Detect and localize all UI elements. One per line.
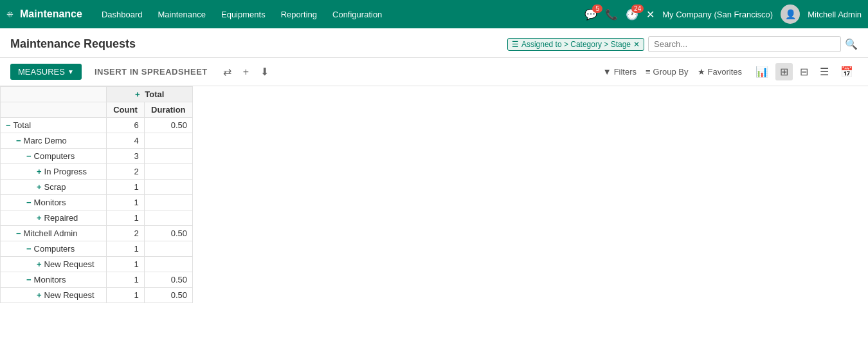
app-brand: Maintenance (20, 8, 82, 20)
row-count: 1 (107, 288, 144, 303)
minus-collapse-icon[interactable]: − (16, 228, 21, 238)
list-view-icon[interactable]: ☰ (815, 63, 833, 80)
row-label-cell: +New Request (1, 257, 107, 272)
duration-header: Duration (144, 102, 192, 118)
row-label: Monitors (34, 275, 66, 284)
avatar[interactable]: 👤 (781, 5, 800, 24)
download-icon[interactable]: ⬇ (258, 63, 271, 80)
row-label: New Request (44, 290, 95, 300)
nav-links: Dashboard Maintenance Equipments Reporti… (95, 6, 388, 23)
filters-button[interactable]: ▼ Filters (603, 67, 637, 77)
row-label: Computers (34, 244, 75, 254)
table-row: −Computers1 (1, 241, 193, 257)
row-count: 1 (107, 241, 144, 257)
row-duration (144, 195, 192, 210)
table-row: +Scrap1 (1, 180, 193, 195)
topnav-right: 💬 5 📞 🕐 24 ✕ My Company (San Francisco) … (584, 5, 862, 24)
search-input[interactable] (648, 36, 841, 52)
row-duration: 0.50 (144, 118, 192, 133)
close-icon[interactable]: ✕ (646, 8, 655, 21)
topnav: ⁜ Maintenance Dashboard Maintenance Equi… (0, 0, 868, 28)
calendar-view-icon[interactable]: 📅 (836, 63, 858, 80)
row-label: Scrap (44, 182, 66, 192)
row-duration (144, 210, 192, 226)
transfer-icon[interactable]: ⇄ (221, 63, 234, 80)
filter-icon: ▼ (603, 67, 611, 77)
groupby-button[interactable]: ≡ Group By (646, 67, 689, 77)
row-label: Repaired (44, 213, 78, 223)
row-label: Computers (34, 151, 75, 161)
table-row: −Monitors10.50 (1, 272, 193, 288)
page-header: Maintenance Requests ☰ Assigned to > Cat… (0, 28, 868, 58)
chat-icon[interactable]: 💬 5 (584, 8, 597, 21)
grid-icon[interactable]: ⁜ (6, 10, 14, 19)
search-button[interactable]: 🔍 (845, 38, 858, 50)
nav-configuration[interactable]: Configuration (326, 6, 388, 23)
pivot-view-icon[interactable]: ⊞ (775, 63, 793, 80)
toolbar: MEASURES ▼ INSERT IN SPREADSHEET ⇄ + ⬇ ▼… (0, 58, 868, 86)
pivot-table: + Total Count Duration −Total60.50−Marc … (0, 86, 193, 303)
clock-icon[interactable]: 🕐 24 (626, 8, 638, 21)
add-icon[interactable]: + (240, 64, 251, 80)
groupby-icon: ≡ (646, 67, 651, 77)
minus-collapse-icon[interactable]: − (26, 275, 32, 284)
row-label-cell: −Total (1, 118, 107, 133)
table-row: −Monitors1 (1, 195, 193, 210)
row-label-cell: +New Request (1, 288, 107, 303)
company-name: My Company (San Francisco) (662, 10, 773, 19)
row-label-cell: −Monitors (1, 195, 107, 210)
total-expand-icon[interactable]: + (135, 89, 140, 99)
plus-expand-icon[interactable]: + (37, 259, 42, 269)
filter-tag-icon: ☰ (512, 40, 519, 49)
view-icons: 📊 ⊞ ⊟ ☰ 📅 (751, 63, 858, 80)
plus-expand-icon[interactable]: + (37, 290, 42, 300)
row-count: 6 (107, 118, 144, 133)
row-duration (144, 149, 192, 164)
measures-button[interactable]: MEASURES ▼ (10, 64, 82, 80)
filter-tag-label: Assigned to > Category > Stage (521, 40, 631, 49)
table-row: +New Request1 (1, 257, 193, 272)
clock-badge: 24 (631, 5, 644, 13)
plus-expand-icon[interactable]: + (37, 167, 42, 176)
row-label-cell: −Computers (1, 241, 107, 257)
row-duration (144, 133, 192, 149)
row-label: Monitors (34, 198, 66, 207)
minus-collapse-icon[interactable]: − (26, 244, 32, 254)
row-duration (144, 257, 192, 272)
minus-collapse-icon[interactable]: − (26, 198, 32, 207)
chart-view-icon[interactable]: 📊 (751, 63, 773, 80)
nav-equipments[interactable]: Equipments (215, 6, 272, 23)
row-duration: 0.50 (144, 288, 192, 303)
row-duration: 0.50 (144, 272, 192, 288)
row-duration (144, 180, 192, 195)
table-row: −Mitchell Admin20.50 (1, 226, 193, 241)
row-count: 1 (107, 272, 144, 288)
filter-tag-close[interactable]: ✕ (633, 40, 640, 49)
row-count: 1 (107, 195, 144, 210)
row-count: 4 (107, 133, 144, 149)
phone-icon[interactable]: 📞 (605, 8, 618, 21)
star-icon: ★ (698, 67, 705, 77)
row-count: 1 (107, 210, 144, 226)
nav-maintenance[interactable]: Maintenance (152, 6, 212, 23)
row-label-cell: +Repaired (1, 210, 107, 226)
filter-tag[interactable]: ☰ Assigned to > Category > Stage ✕ (507, 38, 644, 51)
table-row: −Computers3 (1, 149, 193, 164)
plus-expand-icon[interactable]: + (37, 213, 42, 223)
nav-dashboard[interactable]: Dashboard (95, 6, 149, 23)
toolbar-right: ▼ Filters ≡ Group By ★ Favorites 📊 ⊞ ⊟ ☰… (603, 63, 858, 80)
nav-reporting[interactable]: Reporting (275, 6, 323, 23)
plus-expand-icon[interactable]: + (37, 182, 42, 192)
kanban-view-icon[interactable]: ⊟ (795, 63, 813, 80)
minus-collapse-icon[interactable]: − (6, 120, 11, 130)
insert-spreadsheet-button[interactable]: INSERT IN SPREADSHEET (88, 64, 214, 80)
total-header: + Total (107, 87, 193, 102)
row-label-cell: −Mitchell Admin (1, 226, 107, 241)
row-header (1, 102, 107, 118)
row-count: 2 (107, 164, 144, 180)
favorites-button[interactable]: ★ Favorites (698, 67, 742, 77)
minus-collapse-icon[interactable]: − (16, 136, 21, 145)
minus-collapse-icon[interactable]: − (26, 151, 32, 161)
measures-arrow: ▼ (68, 68, 74, 75)
row-count: 1 (107, 180, 144, 195)
